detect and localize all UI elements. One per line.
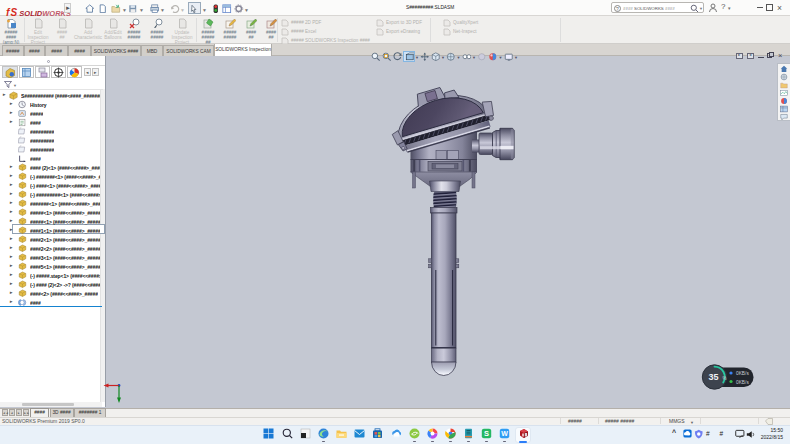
svg-text:S: S	[484, 429, 489, 438]
svg-text:0KB/s: 0KB/s	[736, 371, 749, 376]
svg-text:35: 35	[708, 372, 718, 382]
svg-text:%: %	[723, 376, 727, 381]
svg-text:0KB/s: 0KB/s	[736, 380, 749, 385]
svg-text:W: W	[502, 430, 509, 437]
